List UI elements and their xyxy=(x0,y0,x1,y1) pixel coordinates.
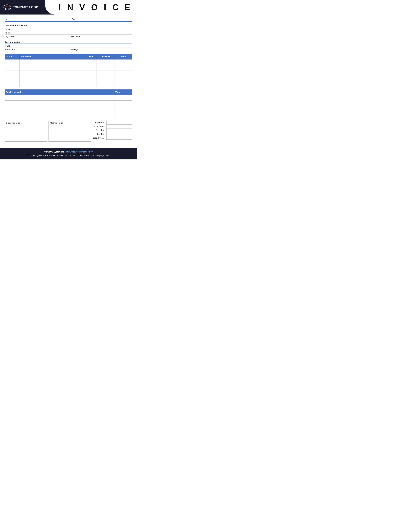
invoice-title: I N V O I C E xyxy=(59,2,132,12)
part-num-cell xyxy=(5,81,19,87)
part-total-cell xyxy=(114,81,132,87)
grand-total-value xyxy=(106,136,132,140)
name-value xyxy=(28,28,132,30)
labor-tax-label: Labor Tax xyxy=(92,133,105,135)
parts-tax-label: Parts Tax xyxy=(92,129,105,131)
part-num-cell xyxy=(5,70,19,76)
customer-sign-area xyxy=(6,125,46,140)
customer-name-row: Name : xyxy=(5,28,132,31)
cashier-sign-area xyxy=(50,125,89,140)
mileage-colon: : xyxy=(85,48,86,51)
cashier-sign-box: [Cashier] Sign xyxy=(48,121,91,142)
job-performed-cell xyxy=(5,101,114,106)
part-qty-cell xyxy=(85,65,97,70)
part-unit-price-cell xyxy=(97,65,114,70)
job-table: Job Performed Total xyxy=(5,89,132,118)
footer-company: Company System Inc. | http://freewordtem… xyxy=(3,150,134,154)
zip-value xyxy=(88,35,132,38)
invoice-meta-row: No : Date : xyxy=(5,18,132,22)
part-qty-cell xyxy=(85,76,97,81)
labor-tax-row: Labor Tax xyxy=(92,132,132,136)
part-name-cell xyxy=(19,65,85,70)
make-label: Make xyxy=(5,45,26,47)
city-state-group: City/State : xyxy=(5,35,66,38)
job-total-cell xyxy=(114,95,132,101)
address-label: Address xyxy=(5,32,26,34)
job-total-cell xyxy=(114,101,132,106)
city-state-colon: : xyxy=(26,35,27,38)
zip-group: ZIP Code : xyxy=(71,35,132,38)
car-make-row: Make : xyxy=(5,44,132,48)
job-total-cell xyxy=(114,112,132,118)
total-parts-value xyxy=(106,121,132,124)
parts-row xyxy=(5,81,132,87)
logo-icon xyxy=(3,4,11,10)
part-num-cell xyxy=(5,65,19,70)
no-value xyxy=(20,18,65,20)
name-label: Name xyxy=(5,28,26,30)
city-state-value xyxy=(28,35,66,38)
job-row xyxy=(5,101,132,106)
invoice-date-field: Date : xyxy=(72,18,132,20)
date-label: Date xyxy=(72,18,85,20)
customer-sign-box: Customer Sign xyxy=(5,121,47,142)
model-year-colon: : xyxy=(26,48,27,51)
job-row xyxy=(5,106,132,112)
address-colon: : xyxy=(26,32,27,34)
grand-total-row: Grand Total xyxy=(92,136,132,140)
part-num-cell xyxy=(5,76,19,81)
part-unit-price-cell xyxy=(97,59,114,65)
job-performed-cell xyxy=(5,112,114,118)
totals-area: Total Parts Total Labor Parts Tax Labor … xyxy=(92,121,132,142)
header-curve xyxy=(45,0,55,15)
part-name-cell xyxy=(19,70,85,76)
part-name-cell xyxy=(19,59,85,65)
address-value xyxy=(28,32,132,34)
job-header-total: Total xyxy=(114,90,132,95)
part-name-cell xyxy=(19,81,85,87)
part-total-cell xyxy=(114,70,132,76)
part-total-cell xyxy=(114,59,132,65)
parts-row xyxy=(5,76,132,81)
cashier-sign-label: [Cashier] Sign xyxy=(50,122,89,124)
customer-section: Customer Information: Name : Address : C… xyxy=(5,24,132,38)
parts-header-unit-price: Unit Price xyxy=(97,54,114,59)
part-qty-cell xyxy=(85,81,97,87)
total-labor-row: Total Labor xyxy=(92,124,132,128)
parts-row xyxy=(5,59,132,65)
no-colon: : xyxy=(18,18,18,20)
part-unit-price-cell xyxy=(97,81,114,87)
part-unit-price-cell xyxy=(97,76,114,81)
mileage-group: Mileage : xyxy=(71,48,132,51)
date-value xyxy=(86,18,132,20)
job-row xyxy=(5,95,132,101)
zip-colon: : xyxy=(85,35,86,38)
model-year-group: Model/Year : xyxy=(5,48,66,51)
part-unit-price-cell xyxy=(97,70,114,76)
page-header: COMPANY LOGO I N V O I C E xyxy=(0,0,137,15)
part-total-cell xyxy=(114,65,132,70)
bottom-section: Customer Sign [Cashier] Sign Total Parts… xyxy=(5,121,132,142)
city-state-label: City/State xyxy=(5,35,26,38)
job-performed-cell xyxy=(5,106,114,112)
car-model-row: Model/Year : Mileage : xyxy=(5,48,132,51)
name-colon: : xyxy=(26,28,27,30)
date-colon: : xyxy=(85,18,85,20)
page-footer: Company System Inc. | http://freewordtem… xyxy=(0,148,137,160)
main-content: No : Date : Customer Information: Name :… xyxy=(0,15,137,143)
parts-tax-row: Parts Tax xyxy=(92,128,132,132)
logo-text: COMPANY LOGO xyxy=(13,6,38,9)
parts-row xyxy=(5,70,132,76)
footer-website[interactable]: http://freewordtemplates.net/ xyxy=(66,151,93,153)
zip-label: ZIP Code xyxy=(71,35,85,38)
footer-company-name: Company System Inc. xyxy=(44,151,65,153)
customer-section-header: Customer Information: xyxy=(5,24,132,27)
svg-point-0 xyxy=(4,5,11,10)
make-value xyxy=(28,45,132,47)
parts-header-qty: Qty xyxy=(85,54,97,59)
car-section: Car Information: Make : Model/Year : Mil… xyxy=(5,41,132,51)
customer-city-row: City/State : ZIP Code : xyxy=(5,35,132,38)
part-qty-cell xyxy=(85,59,97,65)
model-year-label: Model/Year xyxy=(5,48,26,51)
labor-tax-value xyxy=(106,132,132,136)
